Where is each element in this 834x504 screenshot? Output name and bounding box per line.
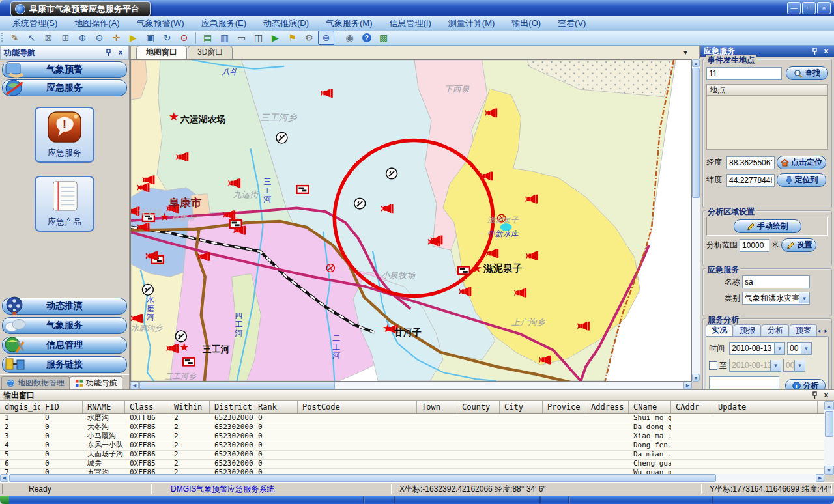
column-header[interactable]: District (210, 401, 253, 413)
table-row[interactable]: 70五官沟0XFF8626523020000Wu guan gou (0, 469, 824, 474)
pan-hand-icon[interactable]: ✛ (108, 31, 124, 45)
close-icon[interactable]: × (822, 391, 831, 400)
full-extent-icon[interactable]: ▣ (142, 31, 158, 45)
column-header[interactable]: Rank (253, 401, 298, 413)
print-icon[interactable]: ▭ (233, 31, 250, 45)
close-icon[interactable]: × (116, 48, 125, 57)
search-button[interactable]: 查找 (786, 66, 828, 80)
overview-window-icon[interactable]: ▩ (375, 31, 392, 45)
toolbar-grip[interactable] (1, 33, 3, 43)
column-header[interactable]: County (457, 401, 500, 413)
nav-group-card[interactable]: 气象预警 (2, 61, 127, 78)
output-scroll-left-icon[interactable]: ◀ (0, 474, 8, 482)
nav-group-reel[interactable]: 动态推演 (2, 298, 127, 315)
landmark-icon[interactable] (354, 198, 366, 209)
station-flag-icon[interactable] (296, 186, 308, 193)
station-flag-icon[interactable] (230, 220, 242, 228)
chevron-down-icon[interactable]: ▼ (799, 293, 809, 303)
nav-group-cloud[interactable]: 气象服务 (2, 317, 127, 334)
menu-item[interactable]: 输出(O) (503, 16, 549, 31)
date-to-select[interactable]: 2010-08-13▼ (729, 359, 781, 372)
analysis-tab[interactable]: 实况 (706, 324, 733, 336)
big-button-alert[interactable]: !应急服务 (35, 107, 94, 163)
map-tab-dropdown-icon[interactable]: ▼ (682, 49, 689, 56)
zoom-in-icon[interactable]: ⊕ (74, 31, 91, 45)
set-range-button[interactable]: 设置 (781, 238, 816, 252)
output-hscroll-thumb[interactable] (9, 474, 716, 482)
menu-item[interactable]: 应急服务(E) (193, 16, 255, 31)
output-scroll-up-icon[interactable]: ▲ (824, 401, 834, 410)
menu-item[interactable]: 气象服务(M) (317, 16, 381, 31)
zoom-out-icon[interactable]: ⊖ (91, 31, 108, 45)
star-marker-icon[interactable]: ★ (382, 322, 393, 335)
menu-item[interactable]: 信息管理(I) (381, 16, 440, 31)
output-vscroll-thumb[interactable] (825, 411, 833, 437)
map-tab[interactable]: 3D窗口 (188, 46, 233, 59)
map-scroll-left-icon[interactable]: ◀ (130, 382, 139, 389)
go-arrow-icon[interactable]: ▶ (267, 31, 283, 45)
landmark-icon[interactable] (386, 168, 397, 179)
analysis-tab[interactable]: 预案 (790, 324, 817, 336)
to-checkbox[interactable] (709, 361, 717, 370)
place-pin-icon[interactable]: ⚑ (284, 31, 300, 45)
table-row[interactable]: 40东风一小队0XFF8626523020000Dong fen... (0, 441, 824, 451)
click-locate-button[interactable]: 点击定位 (777, 156, 826, 169)
minimize-button[interactable]: — (787, 2, 801, 14)
map-scroll-up-icon[interactable]: ▲ (692, 59, 700, 67)
star-marker-icon[interactable]: ★ (179, 341, 190, 354)
landmark-icon[interactable] (276, 132, 287, 143)
table-row[interactable]: 50大面场子沟0XFF8626523020000Da mian ... (0, 451, 824, 460)
menu-item[interactable]: 气象预警(W) (128, 16, 193, 31)
identify-icon[interactable]: ⊙ (176, 31, 192, 45)
layers-icon[interactable]: ▤ (199, 31, 216, 45)
menu-item[interactable]: 查看(V) (549, 16, 594, 31)
select-pointer-icon[interactable]: ↖ (23, 31, 40, 45)
map-scroll-down-icon[interactable]: ▼ (692, 374, 700, 382)
column-header[interactable]: Address (586, 401, 629, 413)
map-tab[interactable]: 地图窗口 (136, 46, 187, 59)
table-row[interactable]: 10水磨沟0XFF8626523020000Shui mo gou (0, 414, 824, 423)
output-scroll-right-icon[interactable]: ▶ (816, 474, 824, 482)
map-service-globe-icon[interactable]: ⊛ (318, 31, 334, 45)
big-button-notepad[interactable]: 应急产品 (35, 176, 94, 232)
map-hscrollbar[interactable]: ◀ ▶ (130, 382, 692, 389)
service-name-input[interactable] (742, 275, 810, 288)
nav-group-globe-arrow[interactable]: 应急服务 (2, 79, 127, 96)
output-vscrollbar[interactable]: ▲ ▼ (824, 401, 834, 475)
column-header[interactable]: Town (417, 401, 457, 413)
column-header[interactable]: CName (629, 401, 671, 413)
nav-group-globe-tools[interactable]: 信息管理 (2, 337, 127, 354)
column-header[interactable]: FID (40, 401, 83, 413)
map-hscroll-thumb[interactable] (139, 382, 335, 389)
left-panel-tab[interactable]: 地图数据管理 (1, 376, 70, 389)
help-icon[interactable]: ? (358, 31, 375, 45)
column-header[interactable]: RNAME (83, 401, 125, 413)
map-canvas[interactable]: ★★★★★八斗六运湖农场三工河乡下西泉九运街阜康市城关镇阜康市滋泥泉子中新水库滋… (130, 59, 692, 382)
pin-icon[interactable] (810, 47, 819, 56)
location-list-header[interactable]: 地点 (706, 84, 828, 96)
goto-location-button[interactable]: 定位到 (777, 173, 826, 187)
menu-item[interactable]: 地图操作(A) (66, 16, 128, 31)
restore-button[interactable]: □ (802, 2, 816, 14)
analysis-tab[interactable]: 预报 (734, 324, 761, 336)
latitude-input[interactable] (726, 174, 775, 187)
pin-icon[interactable] (104, 48, 113, 57)
event-location-input[interactable] (706, 67, 782, 80)
manual-draw-button[interactable]: 手动绘制 (734, 219, 801, 233)
analysis-range-input[interactable] (740, 239, 769, 252)
menu-item[interactable]: 测量计算(M) (440, 16, 504, 31)
tab-scroll-arrows[interactable]: ◂ ▸ (817, 328, 829, 334)
visibility-eye-icon[interactable]: ◉ (341, 31, 358, 45)
map-scroll-right-icon[interactable]: ▶ (683, 382, 692, 389)
landmark-icon[interactable] (142, 285, 153, 296)
select-polygon-icon[interactable]: ⊞ (57, 31, 74, 45)
table-row[interactable]: 30小马厩沟0XFF8626523020000Xiao ma ... (0, 432, 824, 441)
element-filter-box[interactable] (709, 376, 779, 389)
star-marker-icon[interactable]: ★ (472, 262, 482, 275)
column-header[interactable]: Class (125, 401, 169, 413)
star-marker-icon[interactable]: ★ (169, 110, 179, 123)
close-icon[interactable]: × (822, 47, 831, 56)
output-scroll-down-icon[interactable]: ▼ (824, 466, 834, 475)
select-rectangle-icon[interactable]: ⊠ (40, 31, 57, 45)
table-row[interactable]: 20大冬沟0XFF8626523020000Da dong gou (0, 423, 824, 432)
